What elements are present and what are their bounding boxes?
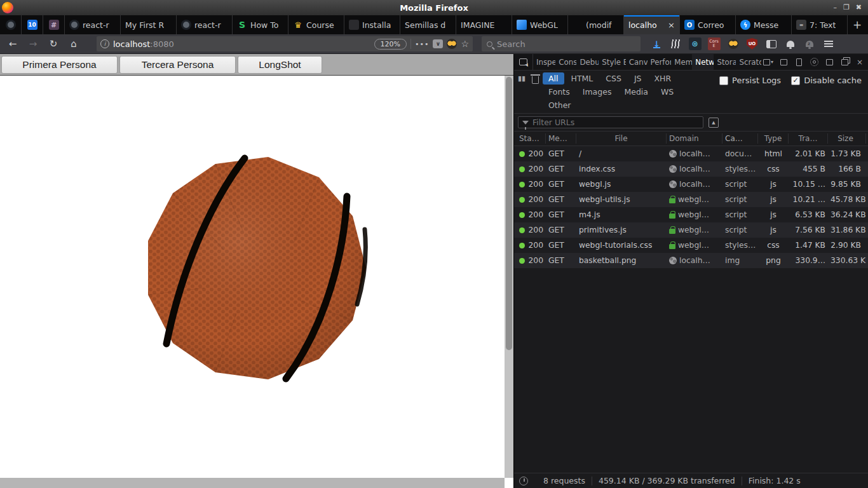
site-info-icon[interactable]: i [100, 39, 109, 48]
view-button-primera-persona[interactable]: Primera Persona [1, 56, 118, 74]
browser-tab[interactable]: My First R [121, 15, 177, 34]
devtools-tab-perfor[interactable]: Perfor [648, 54, 672, 70]
settings-gear-icon[interactable] [807, 55, 821, 69]
browser-tab[interactable]: Semillas d [400, 15, 456, 34]
filter-css[interactable]: CSS [600, 72, 627, 85]
sidebar-toggle-icon[interactable] [763, 36, 780, 51]
browser-tab[interactable]: react-r [65, 15, 121, 34]
forward-button[interactable]: → [24, 36, 42, 51]
request-row[interactable]: 200GET/localh…docu…html2.01 KB1.73 KB [514, 146, 868, 161]
new-tab-button[interactable]: + [848, 15, 867, 34]
close-devtools-icon[interactable]: × [853, 55, 867, 69]
filter-all[interactable]: All [543, 72, 564, 85]
snoozed-notifications-icon[interactable]: z [801, 36, 818, 51]
close-button[interactable]: ✖ [856, 0, 862, 15]
request-row[interactable]: 200GETwebgl-utils.jswebgl…scriptjs10.21 … [514, 192, 868, 207]
library-button[interactable] [667, 36, 684, 51]
network-details-toggle-icon[interactable]: ▲ [709, 118, 719, 128]
split-console-icon[interactable] [776, 55, 790, 69]
responsive-mode-icon[interactable] [792, 55, 806, 69]
column-header[interactable]: Tra… [789, 133, 828, 144]
react-devtools-icon[interactable]: ⊛ [686, 36, 703, 51]
browser-tab[interactable]: 10 [22, 15, 43, 34]
filter-js[interactable]: JS [628, 72, 648, 85]
back-button[interactable]: ← [4, 36, 22, 51]
webgl-canvas[interactable] [0, 76, 505, 478]
browser-tab[interactable]: OCorreo [680, 15, 736, 34]
page-actions-button[interactable]: ••• [415, 40, 429, 48]
request-row[interactable]: 200GETprimitives.jswebgl…scriptjs7.56 KB… [514, 222, 868, 238]
browser-tab[interactable]: SHow To [233, 15, 288, 34]
request-row[interactable]: 200GETm4.jswebgl…scriptjs6.53 KB36.24 KB [514, 207, 868, 222]
devtools-tab-debu[interactable]: Debu [576, 54, 599, 70]
browser-tab[interactable]: ♛Course [288, 15, 344, 34]
filter-media[interactable]: Media [618, 86, 654, 98]
filter-other[interactable]: Other [543, 99, 577, 111]
devtools-tab-inspe[interactable]: Inspe [533, 54, 555, 70]
browser-tab[interactable]: IMAGINE [456, 15, 512, 34]
browser-tab[interactable] [0, 15, 22, 34]
search-bar[interactable]: Search [482, 36, 641, 51]
browser-tab[interactable]: WebGL [512, 15, 568, 34]
column-header[interactable]: Type [758, 133, 789, 144]
request-row[interactable]: 200GETbasketball.pnglocalh…imgpng330.9…3… [514, 253, 868, 268]
devtools-tab-scratc[interactable]: Scratc [736, 54, 761, 70]
pause-recording-icon[interactable]: ▮▮ [517, 74, 527, 83]
browser-tab[interactable]: Installa [344, 15, 400, 34]
column-header[interactable]: Size [828, 133, 866, 144]
request-row[interactable]: 200GETindex.csslocalh…styles…css455 B166… [514, 161, 868, 177]
request-row[interactable]: 200GETwebgl.jslocalh…scriptjs10.15 …9.85… [514, 177, 868, 192]
reload-button[interactable]: ↻ [44, 36, 62, 51]
devtools-tab-canv[interactable]: Canv [626, 54, 648, 70]
filter-fonts[interactable]: Fonts [543, 86, 576, 98]
separate-window-icon[interactable] [837, 55, 851, 69]
filter-urls-input[interactable]: Filter URLs [518, 116, 703, 128]
scrollbar-thumb[interactable] [506, 77, 512, 350]
column-header[interactable]: Sta… [514, 133, 546, 144]
zoom-level-button[interactable]: 120% [374, 39, 407, 50]
ublock-icon[interactable]: UO [743, 36, 761, 51]
column-header[interactable]: Me… [546, 133, 576, 144]
request-row[interactable]: 200GETwebgl-tutorials.csswebgl…styles…cs… [514, 238, 868, 253]
filter-xhr[interactable]: XHR [649, 72, 677, 85]
devtools-tab-cons[interactable]: Cons [555, 54, 576, 70]
view-button-longshot[interactable]: LongShot [238, 56, 322, 74]
browser-tab[interactable]: ϟMesse [736, 15, 792, 34]
tab-close-icon[interactable]: × [665, 20, 675, 30]
owl-extension-icon[interactable] [447, 39, 457, 49]
home-button[interactable]: ⌂ [65, 36, 83, 51]
bookmark-star-icon[interactable]: ☆ [461, 39, 469, 49]
column-header[interactable]: Domain [667, 133, 722, 144]
dock-side-icon[interactable] [822, 55, 836, 69]
browser-tab[interactable]: ≡7: Text [792, 15, 848, 34]
url-bar[interactable]: i localhost:8080 120% ••• ∨ ☆ [97, 36, 473, 51]
devtools-tab-stora[interactable]: Stora [714, 54, 736, 70]
pocket-icon[interactable]: ∨ [433, 39, 443, 48]
devtools-tab-style-e[interactable]: Style E [599, 54, 625, 70]
column-header[interactable]: Ca… [722, 133, 758, 144]
browser-tab-active[interactable]: localho× [624, 15, 680, 34]
column-header[interactable]: File [576, 133, 667, 144]
cors-extension-icon[interactable]: CorsE [705, 36, 722, 51]
view-button-tercera-persona[interactable]: Tercera Persona [119, 56, 236, 74]
disable-cache-checkbox[interactable]: ✓ Disable cache [791, 76, 862, 85]
dock-options-icon[interactable]: ▾ [761, 55, 775, 69]
browser-tab[interactable]: # [43, 15, 65, 34]
performance-analysis-icon[interactable] [519, 477, 528, 485]
notifications-icon[interactable] [782, 36, 799, 51]
downloads-button[interactable]: ↓ [648, 36, 665, 51]
filter-images[interactable]: Images [577, 86, 618, 98]
content-vertical-scrollbar[interactable] [505, 76, 513, 478]
owl-extension-toolbar-icon[interactable] [724, 36, 742, 51]
devtools-tab-mem[interactable]: Mem [671, 54, 692, 70]
browser-tab[interactable]: (modif [568, 15, 624, 34]
pick-element-button[interactable] [514, 54, 533, 70]
filter-html[interactable]: HTML [566, 72, 599, 85]
menu-button[interactable] [820, 36, 837, 51]
clear-requests-icon[interactable] [532, 76, 539, 84]
persist-logs-checkbox[interactable]: Persist Logs [719, 76, 781, 85]
browser-tab[interactable]: react-r [177, 15, 233, 34]
filter-ws[interactable]: WS [655, 86, 679, 98]
minimize-button[interactable]: – [833, 0, 837, 15]
devtools-tab-netw[interactable]: Netw [692, 54, 714, 70]
